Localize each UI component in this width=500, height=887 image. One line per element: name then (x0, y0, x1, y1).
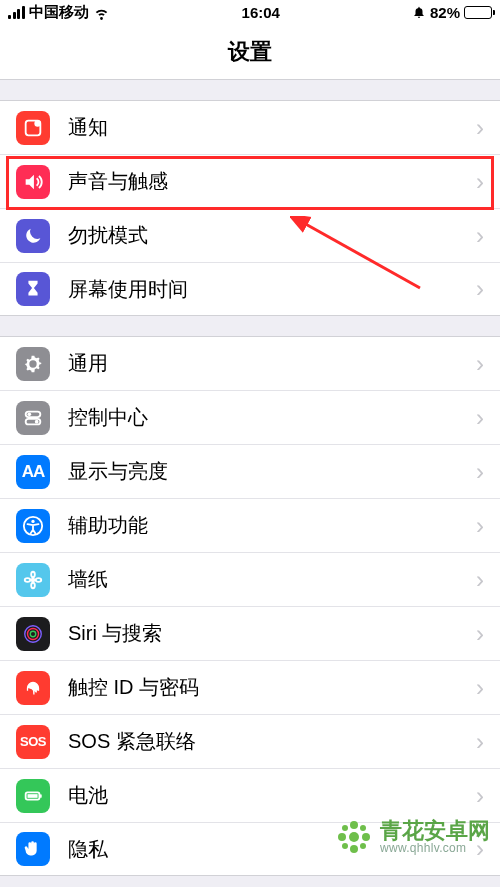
svg-point-15 (30, 631, 36, 637)
chevron-right-icon: › (476, 620, 484, 648)
chevron-right-icon: › (476, 114, 484, 142)
aa-icon: AA (16, 455, 50, 489)
hourglass-icon (16, 272, 50, 306)
hand-icon (16, 832, 50, 866)
chevron-right-icon: › (476, 458, 484, 486)
row-label: 声音与触感 (68, 168, 476, 195)
row-label: 通知 (68, 114, 476, 141)
row-general[interactable]: 通用 › (0, 336, 500, 390)
row-touchid[interactable]: 触控 ID 与密码 › (0, 660, 500, 714)
svg-point-1 (34, 120, 40, 126)
row-dnd[interactable]: 勿扰模式 › (0, 208, 500, 262)
row-label: 显示与亮度 (68, 458, 476, 485)
flower-icon (16, 563, 50, 597)
row-control-center[interactable]: 控制中心 › (0, 390, 500, 444)
svg-rect-17 (40, 794, 42, 798)
svg-point-9 (31, 571, 35, 577)
chevron-right-icon: › (476, 222, 484, 250)
row-label: 触控 ID 与密码 (68, 674, 476, 701)
chevron-right-icon: › (476, 782, 484, 810)
chevron-right-icon: › (476, 512, 484, 540)
row-label: 屏幕使用时间 (68, 276, 476, 303)
row-label: 通用 (68, 350, 476, 377)
siri-icon (16, 617, 50, 651)
chevron-right-icon: › (476, 404, 484, 432)
row-battery[interactable]: 电池 › (0, 768, 500, 822)
svg-point-12 (36, 578, 42, 582)
row-notifications[interactable]: 通知 › (0, 100, 500, 154)
clock: 16:04 (242, 4, 280, 21)
chevron-right-icon: › (476, 350, 484, 378)
battery-icon (16, 779, 50, 813)
switches-icon (16, 401, 50, 435)
chevron-right-icon: › (476, 275, 484, 303)
watermark: 青花安卓网 www.qhhlv.com (334, 817, 490, 857)
row-sounds[interactable]: 声音与触感 › (0, 154, 500, 208)
row-accessibility[interactable]: 辅助功能 › (0, 498, 500, 552)
row-display[interactable]: AA 显示与亮度 › (0, 444, 500, 498)
row-sos[interactable]: SOS SOS 紧急联络 › (0, 714, 500, 768)
chevron-right-icon: › (476, 566, 484, 594)
svg-point-11 (25, 578, 31, 582)
settings-group-2: 通用 › 控制中心 › AA 显示与亮度 › 辅助功能 › 墙纸 › Siri … (0, 336, 500, 876)
chevron-right-icon: › (476, 674, 484, 702)
svg-point-28 (360, 843, 366, 849)
svg-point-23 (338, 833, 346, 841)
notifications-icon (16, 111, 50, 145)
svg-point-22 (350, 845, 358, 853)
signal-icon (8, 6, 25, 19)
sos-icon: SOS (16, 725, 50, 759)
carrier-label: 中国移动 (29, 3, 89, 22)
svg-point-8 (31, 577, 36, 582)
battery-pct: 82% (430, 4, 460, 21)
watermark-url: www.qhhlv.com (380, 842, 490, 855)
row-label: 墙纸 (68, 566, 476, 593)
watermark-logo-icon (334, 817, 374, 857)
row-label: SOS 紧急联络 (68, 728, 476, 755)
row-wallpaper[interactable]: 墙纸 › (0, 552, 500, 606)
row-label: 勿扰模式 (68, 222, 476, 249)
svg-point-14 (28, 628, 39, 639)
svg-point-10 (31, 582, 35, 588)
status-bar: 中国移动 16:04 82% (0, 0, 500, 24)
row-label: Siri 与搜索 (68, 620, 476, 647)
accessibility-icon (16, 509, 50, 543)
row-label: 电池 (68, 782, 476, 809)
svg-point-26 (360, 825, 366, 831)
gear-icon (16, 347, 50, 381)
svg-point-5 (35, 419, 39, 423)
watermark-brand: 青花安卓网 (380, 819, 490, 842)
svg-point-24 (362, 833, 370, 841)
svg-point-7 (31, 519, 34, 522)
svg-point-20 (349, 832, 359, 842)
battery-icon (464, 6, 492, 19)
row-label: 辅助功能 (68, 512, 476, 539)
settings-group-1: 通知 › 声音与触感 › 勿扰模式 › 屏幕使用时间 › (0, 100, 500, 316)
row-siri[interactable]: Siri 与搜索 › (0, 606, 500, 660)
chevron-right-icon: › (476, 728, 484, 756)
svg-point-21 (350, 821, 358, 829)
moon-icon (16, 219, 50, 253)
alarm-icon (412, 5, 426, 19)
row-label: 控制中心 (68, 404, 476, 431)
fingerprint-icon (16, 671, 50, 705)
svg-point-3 (28, 412, 32, 416)
wifi-icon (93, 4, 110, 21)
row-screentime[interactable]: 屏幕使用时间 › (0, 262, 500, 316)
svg-rect-18 (28, 794, 38, 798)
chevron-right-icon: › (476, 168, 484, 196)
sound-icon (16, 165, 50, 199)
svg-point-25 (342, 825, 348, 831)
svg-point-27 (342, 843, 348, 849)
nav-title-bar: 设置 (0, 24, 500, 80)
page-title: 设置 (228, 37, 272, 67)
